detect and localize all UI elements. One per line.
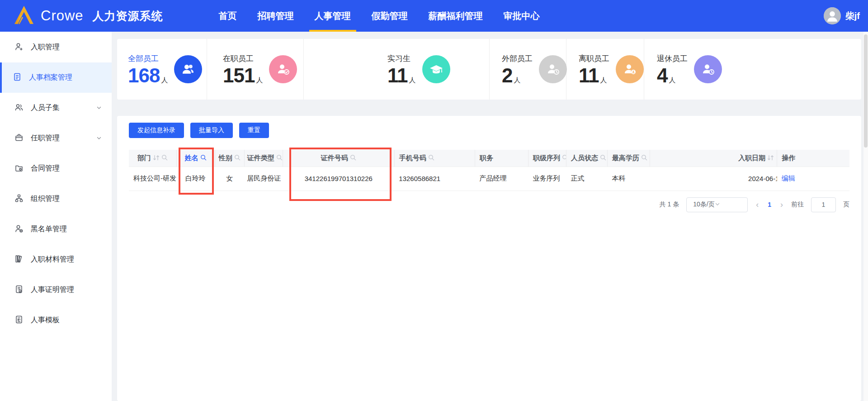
briefcase-icon xyxy=(14,133,24,144)
sidebar-item-label: 合同管理 xyxy=(31,164,60,173)
initiate-info-supplement-button[interactable]: 发起信息补录 xyxy=(129,123,184,138)
nav-item-approval[interactable]: 审批中心 xyxy=(501,0,542,32)
sidebar-item-blacklist-management[interactable]: 黑名单管理 xyxy=(0,214,112,244)
search-filter-icon[interactable] xyxy=(600,154,606,162)
sidebar-item-label: 入职材料管理 xyxy=(31,255,74,264)
stat-all-employees[interactable]: 全部员工 168 人 xyxy=(117,39,207,100)
main-content: 全部员工 168 人 在职员工 xyxy=(112,32,868,401)
retired-employees-icon xyxy=(694,55,722,83)
cell-department: 科技公司-研发... xyxy=(129,167,176,191)
chevron-down-icon xyxy=(715,201,720,208)
sidebar-item-person-subsets[interactable]: 人员子集 xyxy=(0,93,112,123)
stat-active-employees[interactable]: 在职员工 151 人 xyxy=(207,39,304,100)
cell-actions: 编辑 xyxy=(777,167,849,191)
table-header-row: 部门 姓名 xyxy=(129,150,849,167)
sidebar-item-label: 入职管理 xyxy=(31,43,60,52)
sidebar-item-label: 组织管理 xyxy=(31,194,60,204)
sidebar-item-personnel-templates[interactable]: 人事模板 xyxy=(0,305,112,335)
top-header-bar: Crowe 人力资源系统 首页 招聘管理 人事管理 假勤管理 薪酬福利管理 审批… xyxy=(0,0,868,32)
column-header-name[interactable]: 姓名 xyxy=(176,150,215,167)
batch-import-button[interactable]: 批量导入 xyxy=(190,123,233,138)
stat-interns[interactable]: 实习生 11 人 xyxy=(304,39,490,100)
column-header-rank-sequence[interactable]: 职级序列 xyxy=(528,150,566,167)
column-header-phone[interactable]: 手机号码 xyxy=(394,150,475,167)
column-header-education[interactable]: 最高学历 xyxy=(608,150,650,167)
page-unit-label: 页 xyxy=(843,200,849,209)
column-header-id-type[interactable]: 证件类型 xyxy=(244,150,283,167)
sort-icon[interactable] xyxy=(153,154,160,162)
search-filter-icon[interactable] xyxy=(234,154,241,162)
column-header-actions: 操作 xyxy=(777,150,849,167)
column-header-position[interactable]: 职务 xyxy=(475,150,528,167)
personnel-table-panel: 发起信息补录 批量导入 重置 部门 xyxy=(117,116,861,401)
prev-page-icon[interactable]: ‹ xyxy=(755,200,760,210)
next-page-icon[interactable]: › xyxy=(779,200,784,210)
cell-education: 本科 xyxy=(608,167,650,191)
stat-value: 11 xyxy=(387,66,408,86)
user-name: 柴jf xyxy=(845,10,860,22)
search-filter-icon[interactable] xyxy=(350,154,356,162)
sidebar-item-label: 人员子集 xyxy=(31,103,60,113)
search-filter-icon[interactable] xyxy=(641,154,647,162)
stat-unit: 人 xyxy=(600,76,607,85)
table-row: 科技公司-研发... 白玲玲 女 居民身份证 34122619970131022… xyxy=(129,167,849,191)
column-header-hire-date[interactable]: 入职日期 xyxy=(650,150,777,167)
stat-retired-employees[interactable]: 退休员工 4 人 xyxy=(644,39,861,100)
column-header-id-number[interactable]: 证件号码 xyxy=(283,150,394,167)
main-nav: 首页 招聘管理 人事管理 假勤管理 薪酬福利管理 审批中心 xyxy=(208,0,550,32)
sidebar-item-onboarding-materials[interactable]: 入职材料管理 xyxy=(0,244,112,275)
cell-id-number: 341226199701310226 xyxy=(283,167,394,191)
stat-label: 在职员工 xyxy=(223,53,263,64)
sidebar-item-contract-management[interactable]: 合同管理 xyxy=(0,153,112,184)
column-header-status[interactable]: 人员状态 xyxy=(566,150,608,167)
chevron-down-icon xyxy=(96,104,102,112)
search-filter-icon[interactable] xyxy=(276,154,283,162)
search-filter-icon[interactable] xyxy=(428,154,434,162)
template-icon xyxy=(14,315,24,326)
current-page-button[interactable]: 1 xyxy=(767,201,772,208)
column-header-gender[interactable]: 性别 xyxy=(215,150,244,167)
vertical-scrollbar[interactable] xyxy=(863,32,868,401)
goto-page-input[interactable] xyxy=(811,197,836,212)
crowe-logo-icon xyxy=(12,5,35,27)
sidebar-item-position-management[interactable]: 任职管理 xyxy=(0,123,112,153)
cell-gender: 女 xyxy=(215,167,244,191)
stat-resigned-employees[interactable]: 离职员工 11 人 xyxy=(566,39,644,100)
scrollbar-thumb[interactable] xyxy=(864,34,868,148)
reset-button[interactable]: 重置 xyxy=(239,123,269,138)
document-icon xyxy=(13,72,22,83)
nav-item-recruitment[interactable]: 招聘管理 xyxy=(255,0,297,32)
users-icon xyxy=(14,103,24,114)
cell-id-type: 居民身份证 xyxy=(244,167,283,191)
cell-hire-date: 2024-06-13 xyxy=(650,167,777,191)
sidebar-item-onboarding[interactable]: 入职管理 xyxy=(0,32,112,62)
sort-icon[interactable] xyxy=(767,154,774,162)
edit-link[interactable]: 编辑 xyxy=(782,174,795,182)
cell-name-link[interactable]: 白玲玲 xyxy=(176,167,215,191)
user-area[interactable]: 柴jf xyxy=(824,7,860,24)
stat-value: 151 xyxy=(223,66,255,86)
sidebar-item-personnel-certificates[interactable]: 人事证明管理 xyxy=(0,275,112,305)
nav-item-attendance[interactable]: 假勤管理 xyxy=(369,0,410,32)
all-employees-icon xyxy=(174,55,202,83)
cell-position: 产品经理 xyxy=(475,167,528,191)
search-filter-icon[interactable] xyxy=(562,154,566,162)
sidebar-item-personnel-files[interactable]: 人事档案管理 xyxy=(0,62,112,93)
resigned-employees-icon xyxy=(616,55,644,83)
page-size-select[interactable]: 10条/页 xyxy=(686,197,748,212)
user-add-icon xyxy=(14,42,24,53)
stat-unit: 人 xyxy=(514,76,520,85)
stat-value: 4 xyxy=(657,66,667,86)
search-filter-icon[interactable] xyxy=(161,154,168,162)
goto-label: 前往 xyxy=(791,200,804,209)
column-header-department[interactable]: 部门 xyxy=(129,150,176,167)
stat-external-employees[interactable]: 外部员工 2 人 xyxy=(490,39,566,100)
nav-item-home[interactable]: 首页 xyxy=(216,0,240,32)
stat-value: 11 xyxy=(579,66,599,86)
nav-item-personnel[interactable]: 人事管理 xyxy=(312,0,354,32)
search-filter-icon[interactable] xyxy=(200,154,207,162)
sidebar-item-label: 人事档案管理 xyxy=(29,73,72,82)
nav-item-compensation[interactable]: 薪酬福利管理 xyxy=(426,0,486,32)
sidebar-item-organization-management[interactable]: 组织管理 xyxy=(0,184,112,214)
user-avatar-icon xyxy=(824,7,841,24)
